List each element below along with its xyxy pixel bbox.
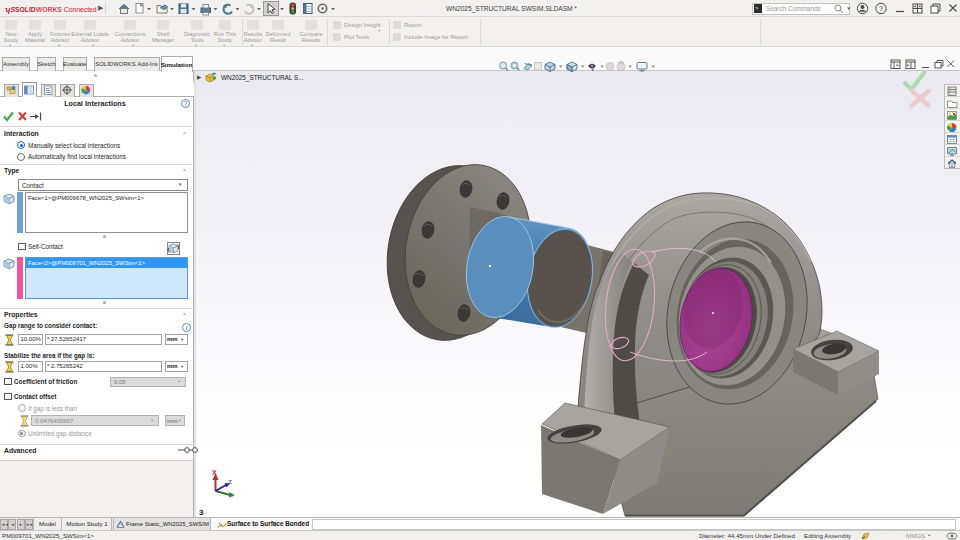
svg-text:X: X — [212, 469, 217, 476]
svg-text:Y: Y — [230, 492, 234, 498]
svg-text:Z: Z — [228, 479, 232, 485]
